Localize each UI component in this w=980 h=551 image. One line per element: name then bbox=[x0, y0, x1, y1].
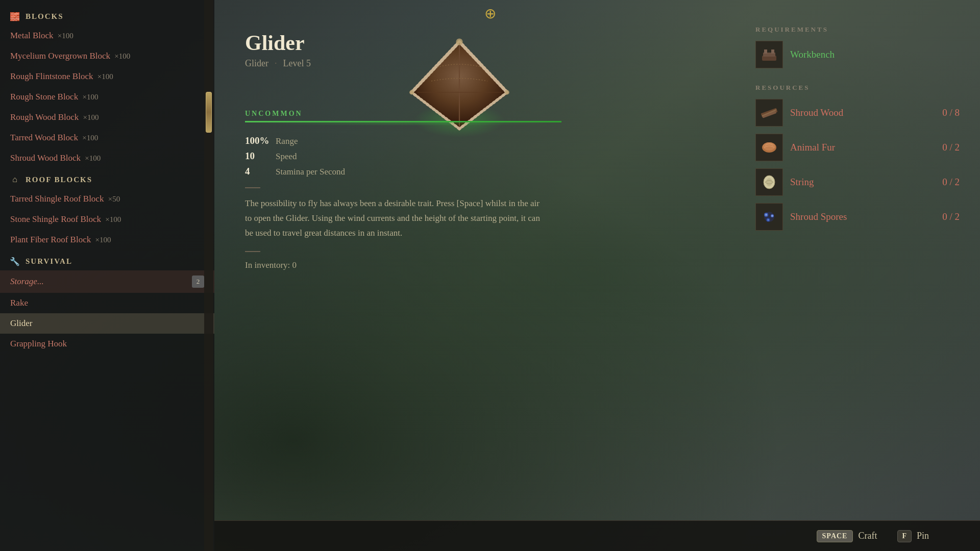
svg-point-3 bbox=[409, 90, 414, 95]
sidebar-item-tarred-shingle[interactable]: Tarred Shingle Roof Block ×50 bbox=[0, 189, 214, 209]
scrollbar-track[interactable] bbox=[204, 0, 213, 551]
category-blocks: 🧱 BLOCKS bbox=[0, 5, 214, 26]
svg-point-13 bbox=[766, 178, 772, 186]
sidebar-item-rough-wood-block[interactable]: Rough Wood Block ×100 bbox=[0, 107, 214, 128]
workbench-icon bbox=[755, 41, 783, 68]
resource-shroud-spores: Shroud Spores 0 / 2 bbox=[755, 203, 960, 231]
category-survival: 🔧 SURVIVAL bbox=[0, 250, 214, 270]
craft-label: Craft bbox=[858, 531, 877, 541]
animal-fur-name: Animal Fur bbox=[790, 142, 922, 153]
divider-2 bbox=[245, 251, 260, 252]
requirements-title: REQUIREMENTS bbox=[755, 26, 960, 34]
compass-icon: ⊕ bbox=[484, 5, 496, 22]
pin-action[interactable]: F Pin bbox=[897, 530, 929, 542]
sidebar-item-flintstone-block[interactable]: Rough Flintstone Block ×100 bbox=[0, 66, 214, 87]
blocks-icon: 🧱 bbox=[10, 11, 20, 21]
survival-icon: 🔧 bbox=[10, 256, 20, 266]
resource-animal-fur: Animal Fur 0 / 2 bbox=[755, 134, 960, 161]
svg-point-1 bbox=[456, 38, 462, 45]
pin-key: F bbox=[897, 530, 912, 542]
requirements-panel: REQUIREMENTS Workbench RESOURCES Shroud bbox=[755, 26, 960, 238]
divider-1 bbox=[245, 187, 260, 188]
scrollbar-thumb[interactable] bbox=[206, 92, 212, 133]
shroud-wood-count: 0 / 8 bbox=[929, 107, 960, 118]
string-count: 0 / 2 bbox=[929, 177, 960, 188]
sidebar-item-rake[interactable]: Rake bbox=[0, 293, 214, 313]
shroud-spores-count: 0 / 2 bbox=[929, 211, 960, 222]
sidebar-item-rough-stone-block[interactable]: Rough Stone Block ×100 bbox=[0, 87, 214, 107]
sidebar-item-plant-fiber-roof[interactable]: Plant Fiber Roof Block ×100 bbox=[0, 230, 214, 250]
glider-svg bbox=[403, 31, 516, 143]
pin-label: Pin bbox=[917, 531, 929, 541]
sidebar-item-shroud-wood-block[interactable]: Shroud Wood Block ×100 bbox=[0, 148, 214, 168]
workbench-label: Workbench bbox=[790, 49, 835, 60]
string-name: String bbox=[790, 177, 922, 188]
craft-key: SPACE bbox=[817, 530, 853, 542]
item-description: The possibility to fly has always been a… bbox=[245, 196, 541, 241]
svg-point-19 bbox=[772, 215, 773, 217]
sidebar-item-glider[interactable]: Glider bbox=[0, 313, 214, 334]
category-roof-blocks: ⌂ ROOF BLOCKS bbox=[0, 168, 214, 189]
svg-point-20 bbox=[768, 219, 769, 221]
craft-action[interactable]: SPACE Craft bbox=[817, 530, 877, 542]
sidebar-item-mycelium-block[interactable]: Mycelium Overgrown Block ×100 bbox=[0, 46, 214, 66]
bottom-bar: SPACE Craft F Pin bbox=[214, 520, 980, 551]
inventory-count: In inventory: 0 bbox=[245, 260, 980, 270]
shroud-wood-name: Shroud Wood bbox=[790, 107, 922, 118]
shroud-spores-icon bbox=[755, 203, 783, 231]
sidebar-item-metal-block[interactable]: Metal Block ×100 bbox=[0, 26, 214, 46]
resources-title: RESOURCES bbox=[755, 84, 960, 92]
svg-point-2 bbox=[505, 90, 509, 95]
storage-badge: 2 bbox=[192, 276, 204, 288]
svg-rect-6 bbox=[764, 49, 767, 54]
string-icon bbox=[755, 168, 783, 196]
sidebar: 🧱 BLOCKS Metal Block ×100 Mycelium Overg… bbox=[0, 0, 214, 551]
animal-fur-icon bbox=[755, 134, 783, 161]
rarity-bar bbox=[245, 121, 561, 122]
animal-fur-count: 0 / 2 bbox=[929, 142, 960, 153]
sidebar-item-tarred-wood-block[interactable]: Tarred Wood Block ×100 bbox=[0, 128, 214, 148]
resource-string: String 0 / 2 bbox=[755, 168, 960, 196]
resources-section: RESOURCES Shroud Wood 0 / 8 bbox=[755, 84, 960, 231]
shroud-spores-name: Shroud Spores bbox=[790, 211, 922, 222]
svg-rect-7 bbox=[771, 49, 774, 54]
workbench-requirement: Workbench bbox=[755, 41, 960, 68]
resource-shroud-wood: Shroud Wood 0 / 8 bbox=[755, 99, 960, 127]
sidebar-item-grappling-hook[interactable]: Grappling Hook bbox=[0, 334, 214, 354]
sidebar-item-storage[interactable]: Storage... 2 bbox=[0, 270, 214, 293]
item-image bbox=[388, 20, 531, 153]
roof-blocks-icon: ⌂ bbox=[10, 174, 20, 185]
sidebar-item-stone-shingle[interactable]: Stone Shingle Roof Block ×100 bbox=[0, 209, 214, 230]
svg-point-18 bbox=[765, 214, 767, 216]
shroud-wood-icon bbox=[755, 99, 783, 127]
